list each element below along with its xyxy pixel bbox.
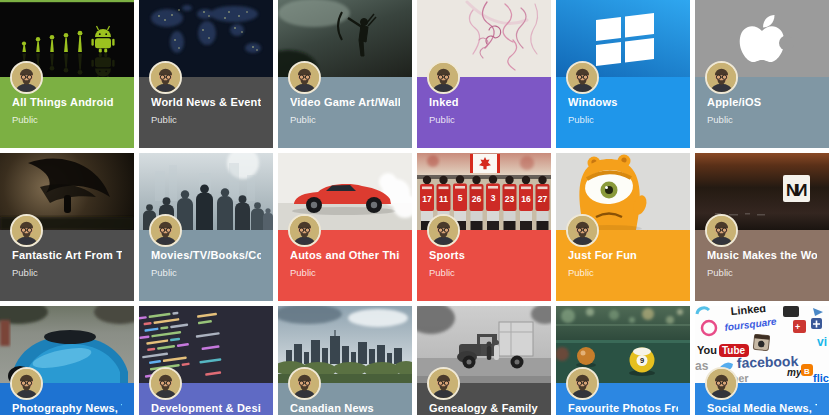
collection-card-social-media[interactable]: Linked foursquare + You Tube vi [695,306,829,415]
collection-title: World News & Events [151,96,261,108]
collection-title: Apple/iOS [707,96,817,108]
collection-card-movies[interactable]: Movies/TV/Books/Comics Public [139,153,273,301]
collection-card-just-for-fun[interactable]: Just For Fun Public [556,153,690,301]
windows-logo-icon [596,13,654,66]
avatar [705,61,738,94]
collection-title: Movies/TV/Books/Comics [151,249,261,261]
avatar [705,214,738,247]
avatar [10,214,43,247]
visibility-label: Public [568,114,678,125]
collection-card-development[interactable]: Development & Design (Co... Public [139,306,273,415]
collection-card-genealogy[interactable]: Genealogy & Family History Public [417,306,551,415]
collection-title: Genealogy & Family History [429,402,539,414]
svg-text:23: 23 [505,194,515,204]
android-robot-icon [91,26,114,53]
visibility-label: Public [429,114,539,125]
svg-text:You: You [697,344,717,356]
collection-card-autos[interactable]: Autos and Other Things Tha... Public [278,153,412,301]
collection-card-all-things-android[interactable]: All Things Android Public [0,0,134,148]
collection-title: Inked [429,96,539,108]
apple-logo-icon [740,15,794,62]
collection-title: Windows [568,96,678,108]
canada-flag-icon [470,154,500,173]
avatar [427,61,460,94]
avatar [566,367,599,400]
evolution-silhouettes-icon [22,26,115,53]
collections-grid: All Things Android Public [0,0,829,415]
svg-text:11: 11 [439,194,448,204]
svg-text:as: as [695,359,709,373]
collection-card-sports[interactable]: 17 11 5 26 3 23 16 27 Sports Public [417,153,551,301]
collection-title: Development & Design (Co... [151,402,261,414]
avatar [705,367,738,400]
collection-card-world-news[interactable]: World News & Events Public [139,0,273,148]
collection-card-apple-ios[interactable]: Apple/iOS Public [695,0,829,148]
svg-text:Linked: Linked [730,306,766,317]
collection-card-video-game-art[interactable]: Video Game Art/Wallpapers Public [278,0,412,148]
svg-text:9: 9 [640,356,644,365]
avatar [288,367,321,400]
avatar [427,367,460,400]
avatar [427,214,460,247]
skyline-icon [286,330,402,364]
collection-card-inked[interactable]: Inked Public [417,0,551,148]
svg-text:16: 16 [521,194,531,204]
collection-title: Sports [429,249,539,261]
svg-text:26: 26 [472,194,482,204]
svg-text:flic: flic [813,372,829,383]
svg-text:17: 17 [422,194,432,204]
collection-card-windows[interactable]: Windows Public [556,0,690,148]
visibility-label: Public [707,267,817,278]
visibility-label: Public [290,114,400,125]
avatar [566,214,599,247]
visibility-label: Public [12,114,122,125]
visibility-label: Public [12,267,122,278]
avatar [288,61,321,94]
svg-text:3: 3 [491,193,496,203]
svg-text:27: 27 [538,194,548,204]
svg-text:N: N [795,181,807,200]
svg-text:vi: vi [817,335,827,349]
visibility-label: Public [707,114,817,125]
visibility-label: Public [568,267,678,278]
collection-title: Fantastic Art From Talented... [12,249,122,261]
avatar [288,214,321,247]
collection-title: Social Media News, Tips, & ... [707,402,817,414]
avatar [10,367,43,400]
collection-card-music[interactable]: N N Music Makes the World Go '... Public [695,153,829,301]
collection-title: Photography News, Tips, & ... [12,402,122,414]
avatar [10,61,43,94]
svg-text:+: + [795,322,800,332]
collection-card-favourite-photos[interactable]: 9 Favourite Photos From Tale... Public [556,306,690,415]
collection-title: Canadian News [290,402,400,414]
collection-title: Just For Fun [568,249,678,261]
svg-text:my: my [787,367,802,378]
svg-text:foursquare: foursquare [724,316,778,333]
collection-card-photography[interactable]: Photography News, Tips, & ... Public [0,306,134,415]
svg-text:5: 5 [458,193,463,203]
visibility-label: Public [290,267,400,278]
collection-title: All Things Android [12,96,122,108]
avatar [149,367,182,400]
avatar [566,61,599,94]
visibility-label: Public [151,267,261,278]
visibility-label: Public [151,114,261,125]
collection-title: Music Makes the World Go '... [707,249,817,261]
collection-title: Autos and Other Things Tha... [290,249,400,261]
collection-title: Favourite Photos From Tale... [568,402,678,414]
collection-title: Video Game Art/Wallpapers [290,96,400,108]
continents-icon [151,5,261,53]
nin-logo-icon: N N [783,175,810,202]
pink-sketch-icon [467,2,538,70]
winged-creature-icon [28,158,110,213]
avatar [149,61,182,94]
svg-text:B: B [804,367,810,376]
nine-ball-icon: 9 [630,348,655,373]
collection-card-fantastic-art[interactable]: Fantastic Art From Talented... Public [0,153,134,301]
avatar [149,214,182,247]
visibility-label: Public [429,267,539,278]
collection-card-canadian-news[interactable]: Canadian News Public [278,306,412,415]
